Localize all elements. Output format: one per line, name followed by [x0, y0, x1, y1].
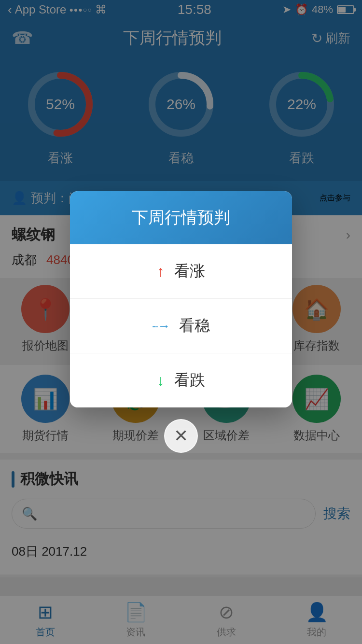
- modal-overlay[interactable]: 下周行情预判 ↑ 看涨 -·→ 看稳 ↓ 看跌: [0, 0, 362, 644]
- option-steady-label: 看稳: [179, 315, 210, 336]
- option-down-label: 看跌: [174, 370, 205, 391]
- prediction-modal: 下周行情预判 ↑ 看涨 -·→ 看稳 ↓ 看跌: [70, 191, 292, 407]
- option-up[interactable]: ↑ 看涨: [70, 244, 292, 299]
- option-up-label: 看涨: [174, 261, 205, 282]
- modal-close-button[interactable]: ✕: [164, 419, 198, 453]
- option-steady[interactable]: -·→ 看稳: [70, 299, 292, 353]
- option-down[interactable]: ↓ 看跌: [70, 353, 292, 407]
- modal-body: ↑ 看涨 -·→ 看稳 ↓ 看跌: [70, 244, 292, 407]
- arrow-up-icon: ↑: [157, 263, 165, 280]
- modal-header: 下周行情预判: [70, 191, 292, 244]
- modal-title: 下周行情预判: [132, 208, 230, 226]
- close-icon: ✕: [174, 426, 188, 446]
- arrow-down-icon: ↓: [157, 372, 165, 390]
- arrow-steady-icon: -·→: [152, 319, 169, 334]
